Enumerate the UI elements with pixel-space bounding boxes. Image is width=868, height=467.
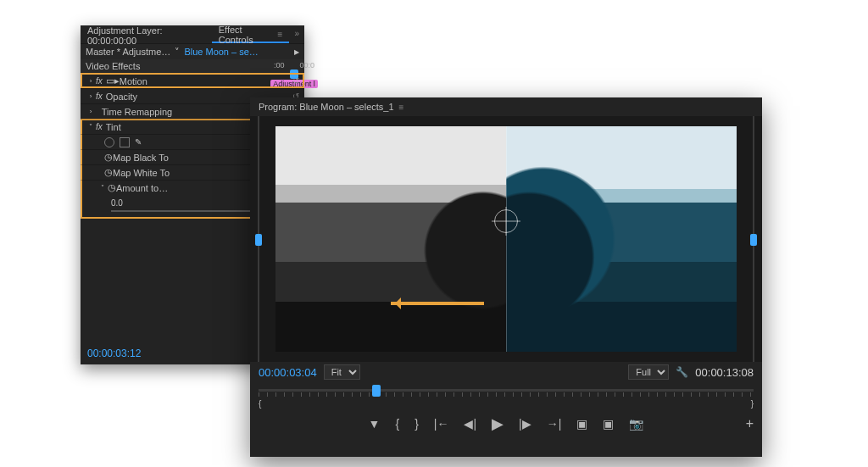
group-video-effects: Video Effects: [81, 59, 304, 73]
master-clip-name[interactable]: Master * Adjustme…: [86, 47, 170, 57]
motion-rect-icon[interactable]: ▭▸: [106, 75, 120, 86]
twirl-icon[interactable]: ›: [86, 92, 96, 100]
play-button[interactable]: ▶: [492, 414, 504, 433]
effect-current-time[interactable]: 00:00:03:12: [87, 347, 141, 359]
amount-label: Amount to…: [116, 183, 255, 193]
step-forward-button[interactable]: |▶: [519, 417, 531, 431]
zoom-select[interactable]: Fit: [324, 364, 360, 380]
map-black-label: Map Black To: [113, 153, 267, 163]
tab-effect-controls-label: Effect Controls: [219, 25, 275, 45]
settings-wrench-icon[interactable]: 🔧: [676, 366, 688, 378]
safe-margin-slider-left[interactable]: [253, 116, 264, 362]
add-marker-button[interactable]: ▼: [369, 417, 381, 431]
tab-adjustment-layer[interactable]: Adjustment Layer: 00:00:00:00: [81, 25, 212, 43]
panel-menu-icon[interactable]: ≡: [278, 30, 283, 39]
fx-badge-icon[interactable]: fx: [96, 92, 103, 101]
twirl-icon[interactable]: ˅: [86, 123, 96, 131]
mark-in-button[interactable]: {: [395, 417, 399, 431]
annotation-arrow: [391, 302, 484, 305]
map-white-label: Map White To: [113, 168, 267, 178]
mini-play-icon[interactable]: ▶: [294, 48, 299, 56]
program-range-bar[interactable]: { }: [259, 399, 754, 408]
mask-rect-icon[interactable]: [120, 137, 130, 147]
effect-motion-row[interactable]: › fx ▭▸ Motion ↺: [81, 73, 304, 88]
program-monitor-tab[interactable]: Program: Blue Moon – selects_1 ≡: [250, 97, 762, 116]
wipe-divider: [506, 126, 507, 352]
button-editor-icon[interactable]: +: [746, 416, 754, 431]
stopwatch-icon[interactable]: ◷: [104, 152, 113, 163]
stopwatch-icon[interactable]: ◷: [108, 182, 116, 193]
anchor-crosshair-icon[interactable]: [494, 209, 518, 233]
preview-canvas[interactable]: [275, 126, 737, 352]
export-frame-button[interactable]: 📷: [629, 417, 643, 431]
panel-menu-icon[interactable]: ≡: [399, 103, 404, 112]
tab-effect-controls[interactable]: Effect Controls ≡: [212, 25, 290, 43]
twirl-icon[interactable]: ›: [86, 77, 96, 85]
mark-out-button[interactable]: }: [415, 417, 419, 431]
effect-controls-tabbar: Adjustment Layer: 00:00:00:00 Effect Con…: [81, 25, 304, 44]
chev: ˅: [172, 47, 182, 58]
tab-overflow-icon[interactable]: »: [289, 25, 304, 43]
slider-min: 0.0: [111, 198, 123, 208]
program-meta-bar: 00:00:03:04 Fit Full 🔧 00:00:13:08: [250, 362, 762, 382]
lift-button[interactable]: ▣: [576, 417, 587, 431]
reset-icon[interactable]: ↺: [292, 76, 299, 86]
fx-badge-icon[interactable]: fx: [96, 76, 103, 86]
goto-out-button[interactable]: →|: [547, 417, 562, 431]
mask-ellipse-icon[interactable]: [104, 137, 114, 147]
mask-pen-icon[interactable]: ✎: [135, 137, 142, 147]
stopwatch-icon[interactable]: ◷: [104, 167, 113, 178]
program-timeline[interactable]: [259, 382, 754, 398]
clip-sequence-bar: Master * Adjustme… ˅ Blue Moon – se… ▶: [81, 44, 304, 59]
twirl-icon[interactable]: ˅: [97, 184, 108, 192]
resolution-select[interactable]: Full: [628, 364, 669, 380]
mini-tl-start: :00: [274, 61, 285, 69]
sequence-name[interactable]: Blue Moon – se…: [184, 47, 258, 57]
safe-margin-slider-right[interactable]: [748, 116, 759, 362]
program-title: Program: Blue Moon – selects_1: [259, 102, 394, 112]
goto-in-button[interactable]: |←: [434, 417, 449, 431]
program-monitor-panel: Program: Blue Moon – selects_1 ≡ 00:00:0…: [250, 97, 762, 457]
program-stage: [250, 116, 762, 362]
duration-timecode: 00:00:13:08: [695, 366, 754, 379]
mini-tl-end: 00:0: [299, 61, 314, 69]
fx-badge-icon[interactable]: fx: [96, 122, 103, 131]
program-playhead[interactable]: [372, 385, 381, 397]
step-back-button[interactable]: ◀|: [464, 417, 476, 431]
fx-badge-icon: [96, 107, 98, 116]
extract-button[interactable]: ▣: [603, 417, 614, 431]
current-timecode[interactable]: 00:00:03:04: [259, 366, 317, 379]
transport-bar: ▼ { } |← ◀| ▶ |▶ →| ▣ ▣ 📷 +: [250, 408, 762, 440]
twirl-icon[interactable]: ›: [86, 108, 96, 115]
motion-label: Motion: [120, 76, 292, 86]
